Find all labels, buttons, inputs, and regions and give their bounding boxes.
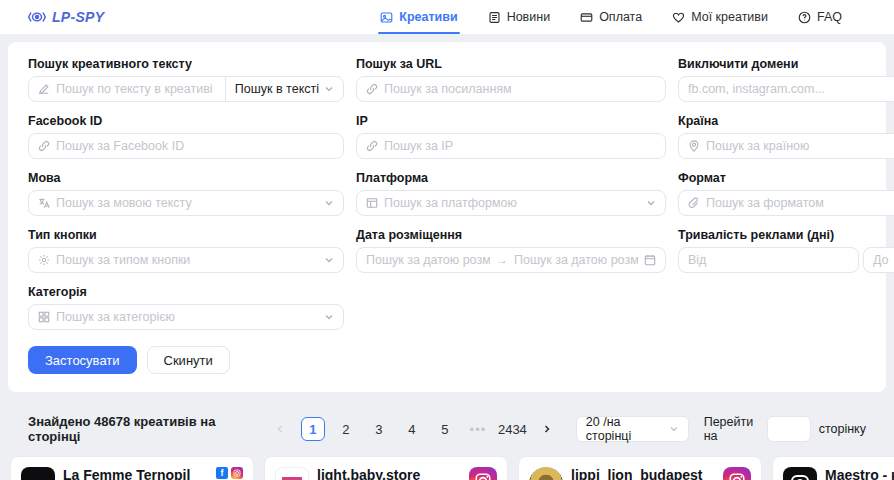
nav-my-creatives[interactable]: Мої креативи [672, 0, 768, 34]
format-placeholder: Пошук за форматом [706, 196, 894, 210]
field-category: Категорія Пошук за категорією [28, 285, 344, 330]
nav-faq[interactable]: FAQ [798, 0, 842, 34]
creative-card[interactable]: Maestro - кухні, меблі на замовлення в У… [772, 456, 894, 480]
chevron-down-icon [324, 84, 334, 94]
apply-button[interactable]: Застосувати [28, 346, 137, 374]
page-ellipsis[interactable]: ••• [466, 417, 490, 441]
instagram-icon [469, 467, 497, 480]
page-button-2[interactable]: 2 [334, 417, 358, 441]
goto-page: Перейти на сторінку [704, 415, 866, 443]
field-label: Виключити домени [678, 57, 894, 71]
creative-card[interactable]: light.baby.store 2025-11-20 21:02:03 3 d… [264, 456, 508, 480]
gear-icon [38, 254, 50, 266]
facebook-icon: f [216, 467, 228, 479]
date-to-placeholder: Пошук за датою розміщення [514, 253, 638, 267]
platform-select[interactable]: Пошук за платформою [356, 190, 666, 216]
field-duration: Тривалість реклами (дні) [678, 228, 894, 273]
page-button-last[interactable]: 2434 [499, 417, 526, 441]
nav-label: Креативи [399, 10, 457, 24]
text-search-mode-select[interactable]: Пошук в тексті [225, 77, 334, 101]
card-title[interactable]: Maestro - кухні, меблі на замовлення в У… [825, 467, 894, 480]
prev-page-button[interactable] [268, 417, 292, 441]
reset-button[interactable]: Скинути [147, 346, 230, 374]
goto-page-input[interactable] [767, 416, 811, 442]
country-control [678, 133, 894, 159]
heart-icon [672, 11, 685, 24]
field-exclude-domains: Виключити домени [678, 57, 894, 102]
ip-input[interactable] [384, 139, 656, 153]
format-select[interactable]: Пошук за форматом [678, 190, 894, 216]
field-placement-date: Дата розміщення Пошук за датою розміщенн… [356, 228, 666, 273]
facebook-id-control [28, 133, 344, 159]
avatar [275, 467, 309, 480]
duration-from-input[interactable] [688, 253, 849, 267]
field-label: Формат [678, 171, 894, 185]
goto-prefix: Перейти на [704, 415, 759, 443]
instagram-icon [723, 467, 751, 480]
language-select[interactable]: Пошук за мовою тексту [28, 190, 344, 216]
avatar: LA FEMME [21, 467, 55, 480]
app-logo[interactable]: LP-SPY [28, 9, 104, 25]
field-label: Країна [678, 114, 894, 128]
credit-card-icon [580, 11, 593, 24]
language-placeholder: Пошук за мовою тексту [56, 196, 318, 210]
field-label: Платформа [356, 171, 666, 185]
next-page-button[interactable] [535, 417, 559, 441]
exclude-domains-input[interactable] [688, 82, 894, 96]
url-input[interactable] [384, 82, 656, 96]
chevron-down-icon [646, 198, 656, 208]
card-title[interactable]: lippi_lion_budapest [571, 467, 715, 480]
paperclip-icon [688, 197, 700, 209]
field-label: Facebook ID [28, 114, 344, 128]
chevron-down-icon [324, 255, 334, 265]
field-url: Пошук за URL [356, 57, 666, 102]
chevron-down-icon [324, 198, 334, 208]
creative-cards-row: LA FEMME La Femme Ternopil 2025-11-20 21… [0, 456, 894, 480]
chevron-left-icon [275, 424, 285, 434]
placement-date-range[interactable]: Пошук за датою розміщення → Пошук за дат… [356, 247, 666, 273]
category-select[interactable]: Пошук за категорією [28, 304, 344, 330]
page-button-5[interactable]: 5 [433, 417, 457, 441]
page-button-1[interactable]: 1 [301, 417, 325, 441]
creative-card[interactable]: LA FEMME La Femme Ternopil 2025-11-20 21… [10, 456, 254, 480]
translate-icon [38, 197, 50, 209]
card-title[interactable]: La Femme Ternopil [63, 467, 208, 480]
location-pin-icon [688, 140, 700, 152]
mode-value: Пошук в тексті [235, 82, 319, 96]
nav-label: Мої креативи [691, 10, 768, 24]
country-input[interactable] [706, 139, 894, 153]
platform-icon [366, 197, 378, 209]
arrow-right-icon: → [496, 253, 508, 267]
card-title[interactable]: light.baby.store [317, 467, 461, 480]
avatar [529, 467, 563, 480]
ip-control [356, 133, 666, 159]
field-label: Категорія [28, 285, 344, 299]
field-label: Мова [28, 171, 344, 185]
page-button-3[interactable]: 3 [367, 417, 391, 441]
duration-to-input[interactable] [873, 253, 894, 267]
page-button-4[interactable]: 4 [400, 417, 424, 441]
creative-text-control: Пошук в тексті [28, 76, 344, 102]
exclude-domains-control [678, 76, 894, 102]
creative-card[interactable]: lippi_lion_budapest 2025-11-20 21:02:03 … [518, 456, 762, 480]
nav-payment[interactable]: Оплата [580, 0, 642, 34]
category-placeholder: Пошук за категорією [56, 310, 318, 324]
field-format: Формат Пошук за форматом [678, 171, 894, 216]
avatar [783, 467, 817, 480]
creative-text-input[interactable] [56, 82, 219, 96]
button-type-select[interactable]: Пошук за типом кнопки [28, 247, 344, 273]
field-label: IP [356, 114, 666, 128]
field-button-type: Тип кнопки Пошук за типом кнопки [28, 228, 344, 273]
chevron-right-icon [542, 424, 552, 434]
nav-creatives[interactable]: Креативи [380, 0, 457, 34]
facebook-id-input[interactable] [56, 139, 334, 153]
app-header: LP-SPY Креативи Новини Оплата Мої креати… [0, 0, 894, 34]
field-facebook-id: Facebook ID [28, 114, 344, 159]
page-size-select[interactable]: 20 /на сторінці [576, 416, 689, 442]
link-icon [366, 83, 378, 95]
nav-label: FAQ [817, 10, 842, 24]
nav-news[interactable]: Новини [488, 0, 551, 34]
filters-panel: Пошук креативного тексту Пошук в тексті … [8, 42, 886, 392]
link-icon [38, 140, 50, 152]
eye-logo-icon [28, 10, 46, 24]
